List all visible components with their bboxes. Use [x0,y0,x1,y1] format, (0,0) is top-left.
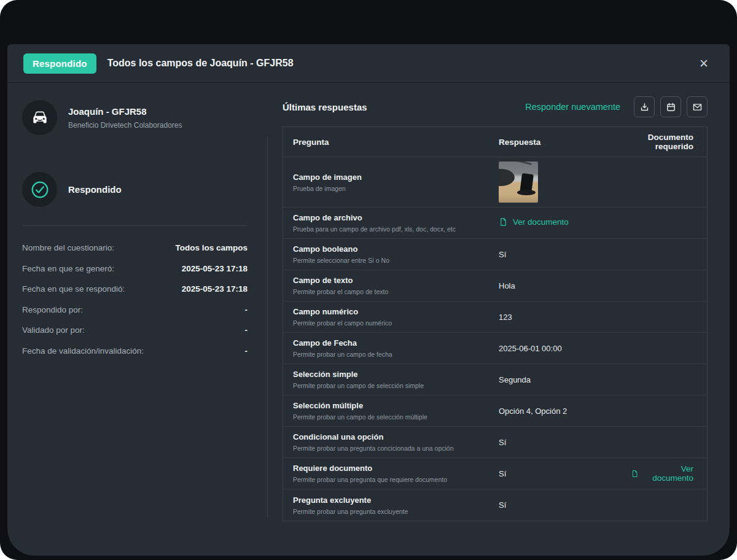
answer-cell: Sí [489,465,621,483]
question-cell: Campo de archivo Prueba para un campo de… [283,209,489,237]
table-header-row: Pregunta Respuesta Documento requerido [283,127,707,157]
detail-row: Nombre del cuestionario: Todos los campo… [22,242,248,254]
calendar-icon [666,102,676,112]
question-cell: Pregunta excluyente Permite probar una p… [283,491,489,519]
detail-label: Respondido por: [22,304,83,316]
question-title: Campo booleano [293,244,479,254]
document-cell [621,219,707,227]
modal-body: Joaquín - GFJR58 Beneficio Drivetech Col… [7,83,730,556]
question-description: Permite probar un campo de selección sim… [293,382,479,389]
view-document-link[interactable]: Ver documento [499,217,569,227]
status-badge: Respondido [23,53,96,74]
modal-header: Respondido Todos los campos de Joaquín -… [7,44,730,83]
table-body: Campo de imagen Prueba de imagen Campo d… [283,157,707,521]
status-label: Respondido [68,184,122,195]
answer-cell: Hola [489,277,621,295]
vehicle-name: Joaquín - GFJR58 [68,106,182,117]
table-row: Selección múltiple Permite probar un cam… [283,395,707,427]
check-circle-icon [22,172,57,207]
document-cell: Ver documento [621,460,707,487]
detail-label: Fecha de validación/invalidación: [22,345,144,357]
question-description: Permite probar un campo de selección múl… [293,413,479,421]
question-cell: Campo de texto Permite probar el campo d… [283,271,489,300]
question-title: Selección simple [293,370,479,379]
download-button[interactable] [634,96,655,117]
details-list: Nombre del cuestionario: Todos los campo… [22,242,248,357]
question-description: Permite probar el campo numérico [293,319,479,327]
response-image-thumbnail[interactable] [499,161,538,203]
detail-value: Todos los campos [175,242,248,254]
question-title: Campo numérico [293,307,479,316]
document-icon [631,469,639,478]
table-row: Requiere documento Permite probar una pr… [283,458,707,489]
response-detail-modal: Respondido Todos los campos de Joaquín -… [7,44,730,556]
detail-row: Validado por por: - [22,324,248,336]
question-title: Campo de imagen [293,173,479,182]
detail-row: Fecha de validación/invalidación: - [22,345,248,357]
mail-button[interactable] [687,96,708,117]
question-title: Requiere documento [293,464,479,473]
answer-cell: Ver documento [489,213,621,233]
summary-panel: Joaquín - GFJR58 Beneficio Drivetech Col… [7,83,267,556]
table-row: Campo de imagen Prueba de imagen [283,157,707,208]
answer-cell: 123 [489,308,621,326]
detail-value: - [245,304,248,316]
close-icon[interactable]: ✕ [694,55,714,72]
view-document-label: Ver documento [644,464,693,483]
question-cell: Campo de Fecha Permite probar un campo d… [283,334,489,362]
table-row: Campo de texto Permite probar el campo d… [283,270,707,301]
question-description: Permite probar una pregunta excluyente [293,508,479,515]
question-description: Permite probar el campo de texto [293,288,479,295]
table-row: Campo booleano Permite seleccionar entre… [283,239,707,270]
answer-cell: Sí [489,496,621,514]
table-row: Campo de Fecha Permite probar un campo d… [283,333,707,364]
question-cell: Campo booleano Permite seleccionar entre… [283,240,489,268]
responses-header: Últimas respuestas Responder nuevamente [283,96,708,117]
table-row: Campo numérico Permite probar el campo n… [283,301,707,333]
document-cell [621,438,707,446]
vehicle-card: Joaquín - GFJR58 Beneficio Drivetech Col… [22,100,248,135]
responses-actions: Responder nuevamente [525,96,708,117]
question-description: Permite probar una pregunta que requiere… [293,476,479,483]
question-cell: Condicional una opción Permite probar un… [283,428,489,456]
mail-icon [692,102,703,112]
section-divider [22,225,248,226]
car-icon [22,100,57,135]
column-header-documento: Documento requerido [621,127,707,157]
question-title: Campo de Fecha [293,338,479,348]
column-divider [267,137,268,518]
responses-table: Pregunta Respuesta Documento requerido C… [283,126,708,521]
document-cell [621,313,707,321]
detail-label: Nombre del cuestionario: [22,242,114,254]
table-row: Selección simple Permite probar un campo… [283,364,707,395]
vehicle-info: Joaquín - GFJR58 Beneficio Drivetech Col… [68,106,182,130]
answer-cell: Segunda [489,371,621,389]
download-icon [639,102,650,112]
question-description: Permite probar un campo de fecha [293,351,479,358]
document-cell [621,250,707,259]
detail-value: 2025-05-23 17:18 [182,283,248,295]
question-cell: Campo de imagen Prueba de imagen [283,168,489,196]
question-cell: Selección múltiple Permite probar un cam… [283,397,489,425]
document-cell [621,501,707,510]
table-row: Condicional una opción Permite probar un… [283,427,707,458]
document-cell [621,281,707,290]
view-document-link[interactable]: Ver documento [631,464,693,483]
detail-value: - [245,324,248,336]
table-row: Campo de archivo Prueba para un campo de… [283,208,707,239]
view-document-label: Ver documento [513,217,569,227]
question-cell: Campo numérico Permite probar el campo n… [283,303,489,331]
app-background: Respondido Todos los campos de Joaquín -… [0,0,737,560]
detail-value: - [245,345,248,357]
detail-label: Fecha en que se respondió: [22,283,125,295]
vehicle-subtitle: Beneficio Drivetech Colaboradores [68,121,182,130]
respond-again-link[interactable]: Responder nuevamente [525,102,620,112]
document-cell [621,178,707,187]
calendar-button[interactable] [660,96,681,117]
detail-row: Fecha en que se respondió: 2025-05-23 17… [22,283,248,295]
question-description: Permite probar una pregunta concicionada… [293,445,479,452]
column-header-respuesta: Respuesta [489,132,621,152]
document-cell [621,344,707,352]
document-cell [621,406,707,415]
detail-row: Fecha en que se generó: 2025-05-23 17:18 [22,263,248,275]
